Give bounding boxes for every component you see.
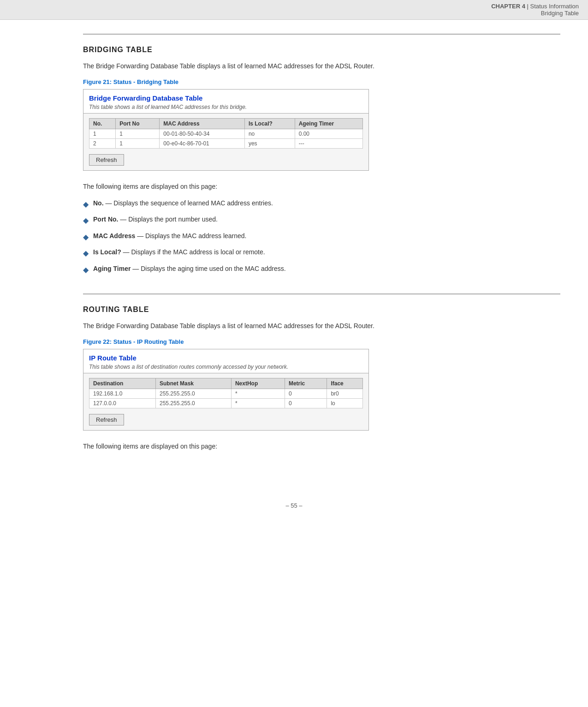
- bullet-4-text: Is Local? — Displays if the MAC address …: [93, 248, 265, 257]
- bullet-2-desc: — Displays the port number used.: [120, 216, 218, 223]
- bridge-col-port: Port No: [116, 119, 160, 129]
- diamond-icon-3: ◆: [83, 232, 89, 242]
- diamond-icon-5: ◆: [83, 265, 89, 275]
- figure-22-label: Figure 22: Status - IP Routing Table: [83, 338, 560, 345]
- table-row: 1 1 00-01-80-50-40-34 no 0.00: [89, 129, 363, 139]
- ip-row2-iface: lo: [327, 398, 363, 408]
- section-divider-1: [83, 34, 560, 35]
- chapter-label: CHAPTER 4: [491, 3, 525, 10]
- ip-col-metric: Metric: [285, 378, 327, 389]
- bridge-row1-ageing: 0.00: [295, 129, 362, 139]
- diamond-icon-2: ◆: [83, 216, 89, 226]
- bullet-2-term: Port No.: [93, 216, 118, 223]
- bullet-1-term: No.: [93, 199, 104, 207]
- ip-col-iface: Iface: [327, 378, 363, 389]
- ip-col-nexthop: NextHop: [231, 378, 285, 389]
- routing-refresh-button[interactable]: Refresh: [89, 414, 124, 425]
- bridge-data-table: No. Port No MAC Address Is Local? Ageing…: [89, 118, 363, 149]
- bridge-col-ageing: Ageing Timer: [295, 119, 362, 129]
- ip-row1-iface: br0: [327, 389, 363, 398]
- bridge-col-mac: MAC Address: [160, 119, 245, 129]
- bridge-row1-no: 1: [89, 129, 116, 139]
- bullet-5-term: Aging Timer: [93, 265, 131, 272]
- ip-table-header-row: Destination Subnet Mask NextHop Metric I…: [89, 378, 363, 389]
- bullet-2-text: Port No. — Displays the port number used…: [93, 215, 218, 224]
- bullet-5-text: Aging Timer — Displays the aging time us…: [93, 264, 286, 274]
- list-item: ◆ MAC Address — Displays the MAC address…: [83, 232, 560, 242]
- ip-row1-metric: 0: [285, 389, 327, 398]
- bridge-col-no: No.: [89, 119, 116, 129]
- ip-row1-subnet: 255.255.255.0: [155, 389, 231, 398]
- list-item: ◆ No. — Displays the sequence of learned…: [83, 199, 560, 210]
- figure-21-label: Figure 21: Status - Bridging Table: [83, 78, 560, 85]
- bridge-refresh-button[interactable]: Refresh: [89, 154, 124, 166]
- list-item: ◆ Is Local? — Displays if the MAC addres…: [83, 248, 560, 258]
- ip-route-table-box: IP Route Table This table shows a list o…: [83, 349, 369, 431]
- ip-row2-metric: 0: [285, 398, 327, 408]
- bullet-1-desc: — Displays the sequence of learned MAC a…: [105, 199, 273, 207]
- ip-row2-subnet: 255.255.255.0: [155, 398, 231, 408]
- ip-row2-nexthop: *: [231, 398, 285, 408]
- diamond-icon-1: ◆: [83, 199, 89, 210]
- page-header: CHAPTER 4 | Status Information Bridging …: [0, 0, 588, 20]
- bridging-table-heading: Bridging Table: [83, 46, 560, 54]
- bridge-row2-ageing: ---: [295, 139, 362, 149]
- diamond-icon-4: ◆: [83, 248, 89, 258]
- ip-row2-dest: 127.0.0.0: [89, 398, 156, 408]
- header-separator: |: [527, 3, 530, 10]
- bullet-3-desc: — Displays the MAC address learned.: [137, 232, 246, 240]
- ip-row1-dest: 192.168.1.0: [89, 389, 156, 398]
- bullet-4-term: Is Local?: [93, 248, 121, 256]
- bridge-table-header-row: No. Port No MAC Address Is Local? Ageing…: [89, 119, 363, 129]
- ip-table-body: Destination Subnet Mask NextHop Metric I…: [83, 373, 368, 430]
- main-content: Bridging Table The Bridge Forwarding Dat…: [0, 20, 588, 484]
- ip-table-subtitle: This table shows a list of destination r…: [89, 364, 363, 370]
- bridge-row2-no: 2: [89, 139, 116, 149]
- header-subtitle: Bridging Table: [9, 10, 579, 17]
- section-divider-2: [83, 294, 560, 294]
- bridge-table-body: No. Port No MAC Address Is Local? Ageing…: [83, 114, 368, 170]
- bridge-bullet-list: ◆ No. — Displays the sequence of learned…: [83, 199, 560, 275]
- ip-table-title-area: IP Route Table This table shows a list o…: [83, 349, 368, 373]
- routing-table-section: Routing Table The Bridge Forwarding Data…: [83, 294, 560, 451]
- routing-table-desc: The Bridge Forwarding Database Table dis…: [83, 321, 560, 331]
- table-row: 127.0.0.0 255.255.255.0 * 0 lo: [89, 398, 363, 408]
- routing-following-text: The following items are displayed on thi…: [83, 442, 560, 451]
- page-footer: – 55 –: [0, 493, 588, 518]
- bullet-3-text: MAC Address — Displays the MAC address l…: [93, 232, 247, 241]
- bridge-row1-port: 1: [116, 129, 160, 139]
- bridge-row1-mac: 00-01-80-50-40-34: [160, 129, 245, 139]
- bridge-row2-port: 1: [116, 139, 160, 149]
- bullet-4-desc: — Displays if the MAC address is local o…: [123, 248, 265, 256]
- ip-col-subnet: Subnet Mask: [155, 378, 231, 389]
- ip-row1-nexthop: *: [231, 389, 285, 398]
- bridge-forwarding-table-box: Bridge Forwarding Database Table This ta…: [83, 89, 369, 171]
- header-title: Status Information: [530, 3, 579, 10]
- bridge-row2-local: yes: [244, 139, 295, 149]
- table-row: 192.168.1.0 255.255.255.0 * 0 br0: [89, 389, 363, 398]
- bridge-col-local: Is Local?: [244, 119, 295, 129]
- ip-col-dest: Destination: [89, 378, 156, 389]
- bullet-3-term: MAC Address: [93, 232, 135, 240]
- bridge-table-subtitle: This table shows a list of learned MAC a…: [89, 104, 363, 110]
- ip-table-title: IP Route Table: [89, 354, 363, 362]
- ip-data-table: Destination Subnet Mask NextHop Metric I…: [89, 378, 363, 408]
- bridging-table-section: Bridging Table The Bridge Forwarding Dat…: [83, 34, 560, 275]
- bridge-row2-mac: 00-e0-4c-86-70-01: [160, 139, 245, 149]
- list-item: ◆ Port No. — Displays the port number us…: [83, 215, 560, 226]
- bridge-row1-local: no: [244, 129, 295, 139]
- list-item: ◆ Aging Timer — Displays the aging time …: [83, 264, 560, 275]
- bridge-table-title: Bridge Forwarding Database Table: [89, 94, 363, 102]
- bullet-5-desc: — Displays the aging time used on the MA…: [132, 265, 285, 272]
- table-row: 2 1 00-e0-4c-86-70-01 yes ---: [89, 139, 363, 149]
- bridge-following-text: The following items are displayed on thi…: [83, 182, 560, 192]
- routing-table-heading: Routing Table: [83, 306, 560, 314]
- bridging-table-desc: The Bridge Forwarding Database Table dis…: [83, 61, 560, 71]
- bridge-table-title-area: Bridge Forwarding Database Table This ta…: [83, 90, 368, 114]
- page-number: – 55 –: [285, 502, 302, 509]
- bullet-1-text: No. — Displays the sequence of learned M…: [93, 199, 273, 208]
